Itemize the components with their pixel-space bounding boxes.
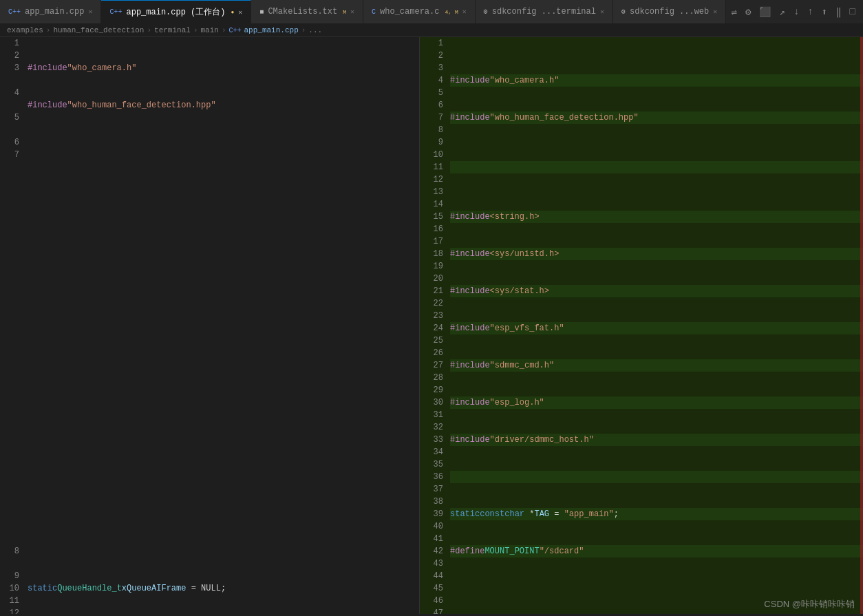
- code-line-3: [28, 136, 419, 149]
- tab-modified-dot: ●: [231, 9, 235, 15]
- editor-container: 1 2 3 4 5 6 7: [0, 37, 863, 614]
- right-line-11: [450, 471, 863, 483]
- tab-app-main-2[interactable]: C++ app_main.cpp (工作台) ● ✕: [101, 0, 251, 24]
- left-code-area[interactable]: 1 2 3 4 5 6 7: [0, 37, 419, 614]
- tab-close-cmake[interactable]: ✕: [350, 8, 354, 16]
- tab-close-sdk2[interactable]: ✕: [713, 8, 717, 16]
- tab-cmake-modified: M: [343, 9, 346, 15]
- tab-close-1[interactable]: ✕: [88, 8, 92, 16]
- toolbar-right: ⇌ ⚙ ⬛ ↗ ↓ ↑ ⬆ ‖ □: [729, 5, 863, 19]
- toolbar-run-icon[interactable]: ↗: [777, 5, 787, 19]
- toolbar-stop-icon[interactable]: ⬛: [757, 5, 773, 19]
- watermark: CSDN @咔咔销咔咔销: [764, 598, 855, 610]
- right-line-10: #include "driver/sdmmc_host.h": [450, 434, 863, 446]
- tab-label-2: app_main.cpp (工作台): [126, 6, 225, 18]
- tab-label-1: app_main.cpp: [25, 7, 84, 17]
- toolbar-top-icon[interactable]: ⬆: [820, 5, 829, 19]
- left-editor-pane: 1 2 3 4 5 6 7: [0, 37, 420, 614]
- code-line-1: #include "who_camera.h": [28, 62, 419, 74]
- breadcrumb-more: ...: [308, 26, 322, 34]
- tab-icon-1: C++: [8, 8, 21, 16]
- watermark-text: CSDN @咔咔销咔咔销: [764, 599, 855, 609]
- right-line-12: static const char *TAG = "app_main";: [450, 508, 863, 520]
- right-line-5: #include <sys/unistd.h>: [450, 248, 863, 260]
- breadcrumb-examples[interactable]: examples: [7, 26, 43, 34]
- toolbar-settings-icon[interactable]: ⚙: [743, 5, 753, 19]
- right-line-9: #include "esp_log.h": [450, 396, 863, 409]
- code-line-2: #include "who_human_face_detection.hpp": [28, 99, 419, 111]
- breadcrumb-human-face[interactable]: human_face_detection: [53, 26, 144, 34]
- tab-icon-cmake: ■: [259, 8, 264, 16]
- tab-label-cmake: CMakeLists.txt: [268, 7, 337, 17]
- tab-close-sdk1[interactable]: ✕: [600, 8, 604, 16]
- code-line-4: static QueueHandle_t xQueueAIFrame = NUL…: [28, 582, 419, 595]
- breadcrumb-main[interactable]: main: [200, 26, 218, 34]
- right-line-1: #include "who_camera.h": [450, 74, 863, 87]
- breadcrumb-cpp-icon: C++: [229, 27, 242, 34]
- tab-icon-2: C++: [109, 8, 122, 16]
- tab-sdkconfig-web[interactable]: ⚙ sdkconfig ...web ✕: [613, 0, 726, 24]
- right-line-6: #include <sys/stat.h>: [450, 285, 863, 297]
- tab-who-camera[interactable]: C who_camera.c 4, M ✕: [363, 0, 476, 24]
- toolbar-up-icon[interactable]: ↑: [805, 5, 815, 19]
- breadcrumb-file[interactable]: app_main.cpp: [244, 26, 299, 34]
- right-line-3: [450, 161, 863, 173]
- tab-label-sdk1: sdkconfig ...terminal: [492, 7, 596, 17]
- tab-who-modified: 4, M: [445, 9, 458, 15]
- right-line-8: #include "sdmmc_cmd.h": [450, 359, 863, 372]
- toolbar-pause-icon[interactable]: ‖: [833, 5, 843, 19]
- breadcrumb: examples › human_face_detection › termin…: [0, 24, 863, 37]
- right-line-4: #include <string.h>: [450, 211, 863, 223]
- right-editor-pane: › › 12345 678910 1112131415 1617181920 2…: [420, 37, 863, 614]
- change-indicator-bar: [860, 37, 863, 614]
- right-line-13: #define MOUNT_POINT "/sdcard": [450, 545, 863, 557]
- toolbar-layout-icon[interactable]: □: [848, 5, 857, 19]
- tab-close-who[interactable]: ✕: [462, 8, 467, 16]
- tab-cmakelists[interactable]: ■ CMakeLists.txt M ✕: [251, 0, 363, 24]
- right-line-2: #include "who_human_face_detection.hpp": [450, 111, 863, 124]
- left-line-numbers: 1 2 3 4 5 6 7: [0, 37, 25, 614]
- left-code-content[interactable]: #include "who_camera.h" #include "who_hu…: [25, 37, 419, 614]
- tab-label-who-camera: who_camera.c: [380, 7, 439, 17]
- tab-bar: C++ app_main.cpp ✕ C++ app_main.cpp (工作台…: [0, 0, 863, 24]
- tab-label-sdk2: sdkconfig ...web: [630, 7, 709, 17]
- toolbar-down-icon[interactable]: ↓: [791, 5, 801, 19]
- tab-icon-sdk2: ⚙: [621, 8, 626, 16]
- tab-icon-sdk1: ⚙: [484, 8, 488, 16]
- tab-close-2[interactable]: ✕: [238, 8, 242, 17]
- tab-app-main-1[interactable]: C++ app_main.cpp ✕: [0, 0, 101, 24]
- tab-sdkconfig-terminal[interactable]: ⚙ sdkconfig ...terminal ✕: [476, 0, 613, 24]
- right-line-numbers: 12345 678910 1112131415 1617181920 21222…: [420, 37, 447, 614]
- breadcrumb-terminal[interactable]: terminal: [154, 26, 191, 34]
- right-code-content[interactable]: #include "who_camera.h" #include "who_hu…: [447, 37, 863, 614]
- tab-icon-who-camera: C: [372, 8, 376, 16]
- right-line-7: #include "esp_vfs_fat.h": [450, 322, 863, 334]
- toolbar-split-icon[interactable]: ⇌: [729, 5, 739, 19]
